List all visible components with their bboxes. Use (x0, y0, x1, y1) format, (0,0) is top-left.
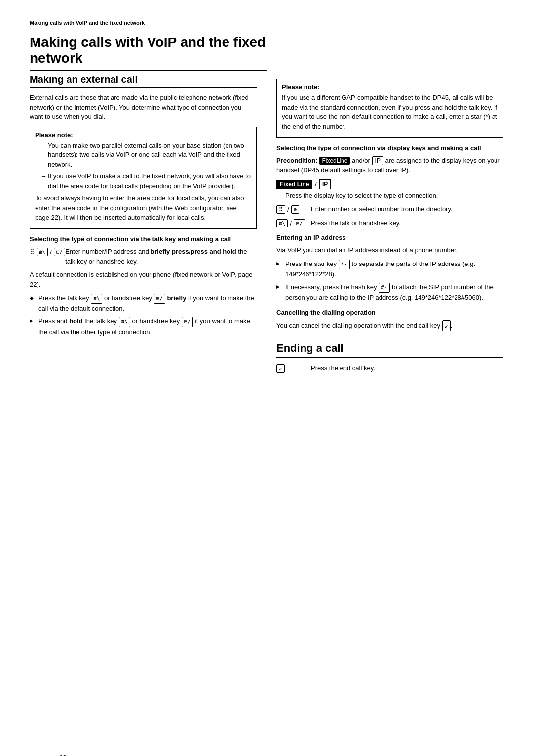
connection-bullets: Press the talk key ☎\ or handsfree key ⊞… (30, 293, 257, 337)
bullet-other-connection: Press and hold the talk key ☎\ or handsf… (30, 316, 257, 337)
talk-key-row: ☎\ / ⊞/ Press the talk or handsfree key. (276, 218, 503, 228)
page-title: Making calls with VoIP and the fixed net… (30, 35, 266, 71)
talk-icon: ☎\ (276, 219, 288, 227)
star-key-icon: *· (339, 260, 350, 270)
right-column: Please note: If you use a different GAP-… (276, 74, 503, 377)
breadcrumb: Making calls with VoIP and the fixed net… (30, 20, 503, 26)
ip-bullet-2: If necessary, press the hash key #· to a… (276, 282, 503, 302)
left-column: Making an external call External calls a… (30, 74, 257, 377)
icon-area-1: ⠿ ☎\ / ⊞/ (30, 247, 65, 256)
talk-key-hold: ☎\ (119, 317, 130, 327)
grid-icon: ⠿ (30, 248, 35, 256)
number-entry-icon: ⠿ / ⊕ (276, 204, 311, 214)
number-entry-desc: Enter number or select number from the d… (311, 204, 503, 214)
talk-key-icon-area: ☎\ / ⊞/ (276, 218, 311, 227)
talk-key-icon: ☎\ (37, 248, 48, 256)
fixedline-highlight: FixedLine (319, 157, 350, 165)
note-title-left: Please note: (35, 131, 251, 139)
handsfree-small: ⊞/ (154, 294, 165, 304)
fixed-line-bar: Fixed Line / IP (276, 179, 503, 189)
end-call-key-icon: ↙ (276, 364, 285, 373)
ending-call-row: ↙ Press the end call key. (276, 363, 503, 373)
subsection-ip-address: Entering an IP address (276, 233, 503, 242)
please-note-box-left: Please note: You can make two parallel e… (30, 127, 257, 229)
talk-key-desc: Press the talk or handsfree key. (311, 218, 503, 228)
handsfree-hold: ⊞/ (182, 317, 193, 327)
note-title-right: Please note: (282, 83, 498, 91)
precondition-text: Precondition: FixedLine and/or IP are as… (276, 156, 503, 175)
handsfree-icon: ⊞/ (54, 248, 65, 256)
note-item-1: You can make two parallel external calls… (43, 141, 251, 170)
ip-label: IP (319, 179, 331, 189)
fixed-line-label: Fixed Line (276, 180, 312, 189)
note-item-2: If you use VoIP to make a call to the fi… (43, 171, 251, 190)
icon-desc-1: Enter number/IP address and briefly pres… (65, 247, 257, 266)
default-connection-text: A default connection is established on y… (30, 270, 257, 289)
contact-icon: ⊕ (291, 205, 300, 214)
please-note-box-right: Please note: If you use a different GAP-… (276, 79, 503, 138)
ip-bullets: Press the star key *· to separate the pa… (276, 259, 503, 302)
bullet-default-connection: Press the talk key ☎\ or handsfree key ⊞… (30, 293, 257, 313)
section-making-external-call: Making an external call (30, 74, 257, 88)
end-call-icon: ↙ (442, 320, 451, 331)
section-ending-call: Ending a call (276, 342, 503, 358)
intro-text: External calls are those that are made v… (30, 93, 257, 122)
ending-desc: Press the end call key. (311, 363, 503, 373)
note-text-right: If you use a different GAP-compatible ha… (282, 93, 498, 131)
hash-key-icon: #· (379, 283, 390, 293)
ip-bullet-1: Press the star key *· to separate the pa… (276, 259, 503, 279)
icon-row-1: ⠿ ☎\ / ⊞/ Enter number/IP address and br… (30, 247, 257, 266)
page-number: 10 (59, 754, 66, 756)
number-entry-row: ⠿ / ⊕ Enter number or select number from… (276, 204, 503, 214)
ip-highlight: IP (372, 156, 383, 165)
hf-icon: ⊞/ (294, 219, 305, 227)
display-key-desc: Press the display key to select the type… (280, 191, 503, 201)
subsection-display-keys: Selecting the type of connection via dis… (276, 144, 503, 152)
grid-icon-2: ⠿ (276, 205, 285, 214)
note-extra: To avoid always having to enter the area… (35, 193, 251, 223)
ip-intro: Via VoIP you can dial an IP address inst… (276, 245, 503, 255)
subsection-talk-key: Selecting the type of connection via the… (30, 235, 257, 244)
talk-key-small: ☎\ (91, 294, 102, 304)
subsection-cancel-dialling: Cancelling the dialling operation (276, 308, 503, 317)
display-key-row: Press the display key to select the type… (276, 191, 503, 201)
note-list-left: You can make two parallel external calls… (35, 141, 251, 191)
ending-icon-area: ↙ (276, 363, 311, 373)
cancel-text: You can cancel the dialling operation wi… (276, 320, 503, 331)
